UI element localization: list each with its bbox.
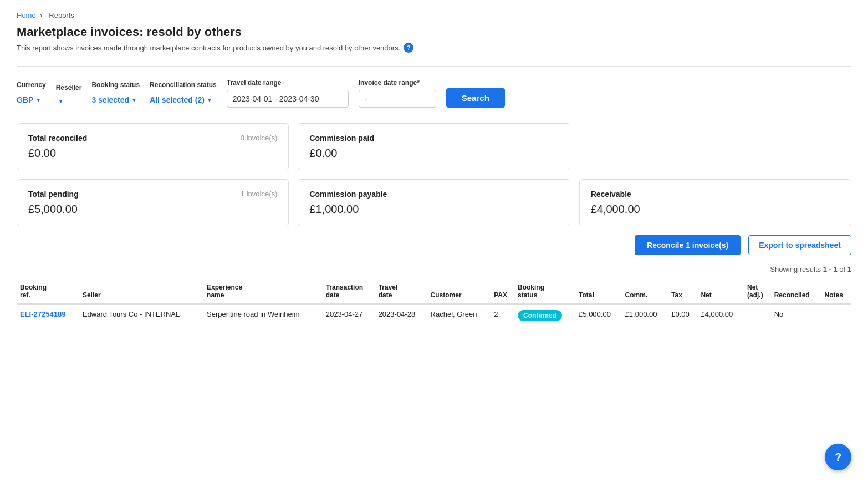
- cell-travel-date: 2023-04-28: [375, 304, 427, 327]
- commission-paid-title: Commission paid: [309, 134, 374, 143]
- results-total: 1: [847, 265, 851, 273]
- col-net: Net: [697, 279, 744, 304]
- cell-tax: £0.00: [668, 304, 697, 327]
- col-travel-date: Traveldate: [375, 279, 427, 304]
- booking-ref-link[interactable]: ELI-27254189: [20, 310, 65, 318]
- col-comm: Comm.: [622, 279, 668, 304]
- currency-label: Currency: [17, 81, 46, 89]
- search-group: Search: [446, 88, 505, 108]
- total-reconciled-title: Total reconciled: [28, 134, 87, 143]
- invoice-date-range-label: Invoice date range*: [359, 79, 436, 87]
- cell-total: £5,000.00: [575, 304, 622, 327]
- page-subtitle: This report shows invoices made through …: [17, 43, 851, 53]
- currency-filter: Currency GBP ▼: [17, 81, 46, 108]
- invoice-date-range-input[interactable]: [359, 90, 436, 108]
- cell-customer: Rachel, Green: [427, 304, 491, 327]
- total-reconciled-amount: £0.00: [28, 147, 277, 160]
- cell-reconciled: No: [771, 304, 821, 327]
- reconciliation-status-label: Reconciliation status: [150, 81, 217, 89]
- breadcrumb-home[interactable]: Home: [17, 11, 36, 19]
- col-notes: Notes: [821, 279, 851, 304]
- col-transaction-date: Transactiondate: [323, 279, 375, 304]
- breadcrumb-current: Reports: [49, 11, 74, 19]
- invoices-table: Bookingref. Seller Experiencename Transa…: [17, 279, 851, 327]
- total-pending-card: Total pending 1 invoice(s) £5,000.00: [17, 179, 289, 226]
- total-pending-title: Total pending: [28, 190, 79, 199]
- total-pending-amount: £5,000.00: [28, 203, 277, 216]
- table-row: ELI-27254189 Edward Tours Co - INTERNAL …: [17, 304, 851, 327]
- col-booking-status: Bookingstatus: [514, 279, 575, 304]
- commission-payable-card: Commission payable £1,000.00: [298, 179, 570, 226]
- results-range: 1 - 1: [823, 265, 838, 273]
- table-body: ELI-27254189 Edward Tours Co - INTERNAL …: [17, 304, 851, 327]
- col-customer: Customer: [427, 279, 491, 304]
- reseller-label: Reseller: [56, 84, 82, 92]
- commission-payable-title: Commission payable: [309, 190, 387, 199]
- divider: [17, 66, 851, 67]
- cell-net-adj: [744, 304, 771, 327]
- col-experience-name: Experiencename: [203, 279, 323, 304]
- breadcrumb-separator: ›: [40, 11, 42, 19]
- receivable-card: Receivable £4,000.00: [579, 179, 851, 226]
- cell-booking-status: Confirmed: [514, 304, 575, 327]
- cell-pax: 2: [491, 304, 514, 327]
- total-pending-count: 1 invoice(s): [241, 190, 277, 198]
- currency-dropdown[interactable]: GBP ▼: [17, 92, 46, 108]
- commission-paid-amount: £0.00: [309, 147, 558, 160]
- travel-date-range-filter: Travel date range: [227, 79, 349, 108]
- help-icon[interactable]: ?: [404, 43, 413, 53]
- reconciliation-status-filter: Reconciliation status All selected (2) ▼: [150, 81, 217, 108]
- commission-paid-card: Commission paid £0.00: [298, 123, 570, 170]
- cell-net: £4,000.00: [697, 304, 744, 327]
- col-reconciled: Reconciled: [771, 279, 821, 304]
- travel-date-range-input[interactable]: [227, 90, 349, 108]
- actions-row: Reconcile 1 invoice(s) Export to spreads…: [17, 235, 851, 255]
- export-button[interactable]: Export to spreadsheet: [748, 235, 851, 255]
- reconciliation-status-dropdown[interactable]: All selected (2) ▼: [150, 92, 217, 108]
- booking-status-filter: Booking status 3 selected ▼: [91, 81, 140, 108]
- cell-notes: [821, 304, 851, 327]
- currency-caret: ▼: [35, 97, 41, 103]
- booking-status-dropdown[interactable]: 3 selected ▼: [91, 92, 140, 108]
- reconciliation-status-caret: ▼: [207, 97, 212, 103]
- invoice-date-range-filter: Invoice date range*: [359, 79, 436, 108]
- results-info: Showing results 1 - 1 of 1: [17, 265, 851, 273]
- col-booking-ref: Bookingref.: [17, 279, 79, 304]
- cell-comm: £1,000.00: [622, 304, 668, 327]
- col-pax: PAX: [491, 279, 514, 304]
- reseller-caret: ▼: [58, 98, 64, 104]
- travel-date-range-label: Travel date range: [227, 79, 349, 87]
- booking-status-label: Booking status: [91, 81, 140, 89]
- col-seller: Seller: [79, 279, 203, 304]
- search-button[interactable]: Search: [446, 88, 505, 108]
- booking-status-badge: Confirmed: [518, 310, 562, 321]
- cell-transaction-date: 2023-04-27: [323, 304, 375, 327]
- reseller-filter: Reseller ▼: [56, 84, 82, 108]
- cell-booking-ref: ELI-27254189: [17, 304, 79, 327]
- reseller-dropdown[interactable]: ▼: [56, 95, 82, 108]
- total-reconciled-count: 0 invoice(s): [241, 134, 277, 142]
- col-tax: Tax: [668, 279, 697, 304]
- col-total: Total: [575, 279, 622, 304]
- breadcrumb: Home › Reports: [17, 11, 851, 19]
- total-reconciled-card: Total reconciled 0 invoice(s) £0.00: [17, 123, 289, 170]
- summary-row-1: Total reconciled 0 invoice(s) £0.00 Comm…: [17, 123, 851, 170]
- cell-seller: Edward Tours Co - INTERNAL: [79, 304, 203, 327]
- commission-payable-amount: £1,000.00: [309, 203, 558, 216]
- filters-row: Currency GBP ▼ Reseller ▼ Booking status…: [17, 79, 851, 108]
- summary-row-2: Total pending 1 invoice(s) £5,000.00 Com…: [17, 179, 851, 226]
- page-title: Marketplace invoices: resold by others: [17, 25, 851, 39]
- receivable-amount: £4,000.00: [591, 203, 840, 216]
- cell-experience-name: Serpentine road in Weinheim: [203, 304, 323, 327]
- table-header: Bookingref. Seller Experiencename Transa…: [17, 279, 851, 304]
- reconcile-button[interactable]: Reconcile 1 invoice(s): [635, 235, 741, 255]
- receivable-title: Receivable: [591, 190, 631, 199]
- col-net-adj: Net(adj.): [744, 279, 771, 304]
- booking-status-caret: ▼: [131, 97, 137, 103]
